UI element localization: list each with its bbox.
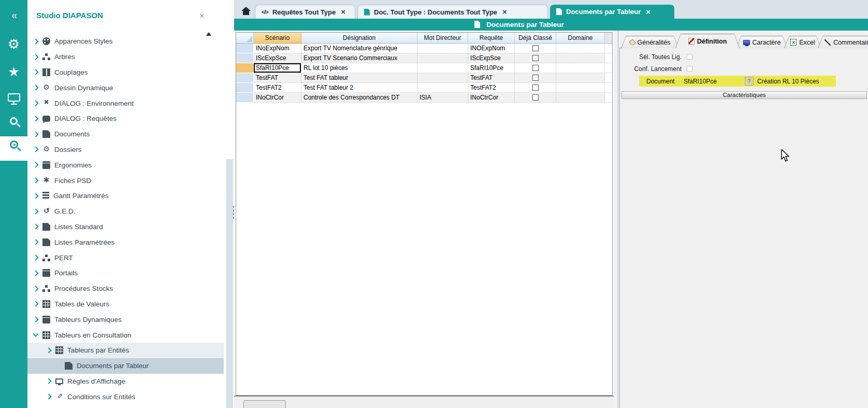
tree-item-dialog-environnement[interactable]: DIALOG : Environnement bbox=[27, 95, 224, 111]
chevron-right-icon[interactable] bbox=[33, 147, 38, 152]
chevron-right-icon[interactable] bbox=[33, 301, 38, 307]
row-selector[interactable] bbox=[236, 44, 254, 53]
table-row[interactable]: IScExpSce Export TV Scenario Commerciaux… bbox=[236, 53, 612, 63]
rail-active-item[interactable] bbox=[0, 136, 27, 161]
tree-item-portails[interactable]: Portails bbox=[27, 265, 224, 281]
cell-domaine[interactable] bbox=[556, 83, 605, 93]
screens-monitor-icon[interactable] bbox=[0, 93, 27, 105]
row-selector-header[interactable] bbox=[236, 33, 254, 44]
chevron-right-icon[interactable] bbox=[33, 85, 38, 91]
tree-scroll-up-icon[interactable] bbox=[206, 32, 211, 36]
tree-item-listes-standard[interactable]: Listes Standard bbox=[27, 219, 224, 235]
tab-commentaire[interactable]: Commentaire bbox=[818, 36, 868, 48]
sidebar-close-icon[interactable]: × bbox=[199, 12, 204, 20]
cell-scenario[interactable]: IScExpSce bbox=[254, 53, 301, 63]
tab-doc-tout-type[interactable]: Doc. Tout Type : Documents Tout Type × bbox=[357, 5, 548, 19]
cell-requete[interactable]: INOExpNom bbox=[468, 44, 515, 53]
cell-designation[interactable]: Test FAT tableur bbox=[301, 73, 417, 83]
cell-mot-directeur[interactable] bbox=[417, 63, 468, 73]
checkbox-icon[interactable] bbox=[532, 94, 539, 101]
chevron-right-icon[interactable] bbox=[33, 270, 38, 276]
tree-item-dessin-dynamique[interactable]: Dessin Dynamique bbox=[27, 80, 224, 95]
chevron-right-icon[interactable] bbox=[33, 69, 38, 75]
cell-mot-directeur[interactable] bbox=[417, 44, 468, 53]
bottom-button[interactable] bbox=[243, 400, 286, 408]
chevron-right-icon[interactable] bbox=[33, 286, 38, 291]
tree-item-fiches-psd[interactable]: Fiches PSD bbox=[27, 173, 224, 188]
chevron-right-icon[interactable] bbox=[33, 208, 38, 214]
cell-deja-classe[interactable] bbox=[515, 63, 556, 73]
tree-item-documents-par-tableur[interactable]: Documents par Tableur bbox=[27, 358, 224, 374]
chevron-right-icon[interactable] bbox=[33, 224, 38, 230]
chevron-right-icon[interactable] bbox=[46, 394, 51, 400]
pane-splitter[interactable] bbox=[614, 31, 618, 408]
checkbox-icon[interactable] bbox=[532, 65, 539, 71]
tree-item-documents[interactable]: Documents bbox=[27, 126, 224, 142]
favorites-star-icon[interactable]: ★ bbox=[0, 64, 27, 79]
cell-mot-directeur[interactable] bbox=[417, 53, 468, 63]
tab-close-icon[interactable]: × bbox=[502, 9, 507, 15]
cell-designation[interactable]: Export TV Scenario Commerciaux bbox=[301, 53, 417, 63]
cell-designation[interactable]: Export TV Nomenclature génrique bbox=[301, 44, 417, 53]
cell-domaine[interactable] bbox=[556, 44, 605, 53]
checkbox-icon[interactable] bbox=[532, 85, 539, 91]
cell-deja-classe[interactable] bbox=[515, 93, 556, 103]
tree-item-dossiers[interactable]: Dossiers bbox=[27, 142, 224, 158]
tree-item-gantt-parametres[interactable]: Gantt Paramétrés bbox=[27, 188, 224, 204]
chevron-right-icon[interactable] bbox=[33, 116, 38, 121]
tree-item-ergonomies[interactable]: Ergonomies bbox=[27, 157, 224, 173]
table-row[interactable]: TestFAT Test FAT tableur TestFAT bbox=[236, 73, 612, 83]
cell-deja-classe[interactable] bbox=[515, 73, 556, 83]
chevron-right-icon[interactable] bbox=[46, 347, 51, 353]
search-icon[interactable] bbox=[0, 117, 27, 125]
cell-scenario-current[interactable]: SfaRI10Pce bbox=[254, 63, 301, 73]
chevron-right-icon[interactable] bbox=[33, 193, 38, 199]
cell-requete[interactable]: INoCtrCor bbox=[468, 93, 515, 103]
cell-domaine[interactable] bbox=[556, 73, 605, 83]
document-code-value[interactable]: SfaRI10Pce bbox=[684, 78, 717, 85]
checkbox-icon[interactable] bbox=[532, 45, 539, 51]
chevron-right-icon[interactable] bbox=[33, 100, 38, 106]
table-row-selected[interactable]: SfaRI10Pce RL lot 10 pièces SfaRI10Pce bbox=[236, 63, 612, 73]
tab-close-icon[interactable]: × bbox=[341, 9, 345, 15]
row-selector-active[interactable] bbox=[236, 63, 254, 73]
chevron-right-icon[interactable] bbox=[33, 54, 38, 60]
chevron-right-icon[interactable] bbox=[46, 378, 51, 384]
cell-domaine[interactable] bbox=[556, 93, 605, 103]
cell-requete[interactable]: TestFAT2 bbox=[468, 83, 515, 93]
tree-item-tableurs-dynamiques[interactable]: Tableurs Dynamiques bbox=[27, 312, 224, 327]
chevron-right-icon[interactable] bbox=[33, 38, 38, 44]
conf-lancement-checkbox[interactable] bbox=[687, 66, 692, 72]
cell-designation[interactable]: RL lot 10 pièces bbox=[301, 63, 417, 73]
tree-item-tableurs-en-consultation[interactable]: Tableurs en Consultation bbox=[27, 327, 224, 343]
tree-item-couplages[interactable]: Couplages bbox=[27, 65, 224, 80]
home-icon[interactable] bbox=[241, 7, 251, 16]
cell-domaine[interactable] bbox=[556, 63, 605, 73]
tree-item-arbres[interactable]: Arbres bbox=[27, 49, 224, 65]
checkbox-icon[interactable] bbox=[532, 75, 539, 81]
cell-requete[interactable]: IScExpSce bbox=[468, 53, 515, 63]
chevron-down-icon[interactable] bbox=[33, 331, 38, 336]
table-row[interactable]: INoExpNom Export TV Nomenclature génriqu… bbox=[236, 44, 612, 53]
tree-item-ged[interactable]: G.E.D. bbox=[27, 204, 224, 219]
cell-deja-classe[interactable] bbox=[515, 83, 556, 93]
chevron-right-icon[interactable] bbox=[33, 131, 38, 137]
chevron-right-icon[interactable] bbox=[33, 240, 38, 245]
tab-documents-par-tableur[interactable]: Documents par Tableur × bbox=[550, 5, 674, 19]
checkbox-icon[interactable] bbox=[532, 55, 539, 61]
cell-requete[interactable]: SfaRI10Pce bbox=[468, 63, 515, 73]
column-header-deja-classe[interactable]: Déjà Classé bbox=[515, 33, 556, 44]
tree-item-listes-parametrees[interactable]: Listes Paramétrées bbox=[27, 234, 224, 250]
cell-designation[interactable]: Test FAT tableur 2 bbox=[301, 83, 417, 93]
cell-deja-classe[interactable] bbox=[515, 53, 556, 63]
chevron-right-icon[interactable] bbox=[33, 255, 38, 260]
column-header-domaine[interactable]: Domaine bbox=[556, 33, 605, 44]
cell-requete[interactable]: TestFAT bbox=[468, 73, 515, 83]
chevron-right-icon[interactable] bbox=[33, 177, 38, 183]
row-selector[interactable] bbox=[236, 73, 254, 83]
tab-definition[interactable]: Définition bbox=[675, 34, 740, 48]
chevron-right-icon[interactable] bbox=[33, 162, 38, 168]
cell-mot-directeur[interactable]: ISIA bbox=[417, 93, 468, 103]
cell-scenario[interactable]: TestFAT bbox=[254, 73, 301, 83]
tab-caractere[interactable]: Caractère bbox=[736, 36, 788, 48]
